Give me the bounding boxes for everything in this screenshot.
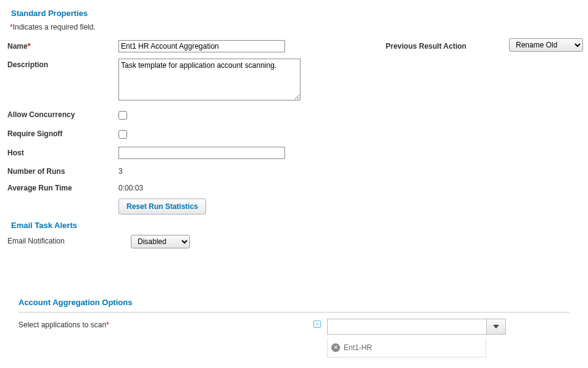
section-account-aggregation-options: Account Aggregation Options <box>19 298 569 307</box>
host-label: Host <box>7 147 118 157</box>
require-signoff-label: Require Signoff <box>7 128 118 138</box>
selected-applications-list: ✕ Ent1-HR <box>327 338 486 358</box>
allow-concurrency-checkbox[interactable] <box>118 111 127 120</box>
remove-icon[interactable]: ✕ <box>331 343 340 352</box>
select-apps-label: Select applications to scan* ? <box>19 319 327 329</box>
avg-run-time-label: Average Run Time <box>7 182 118 192</box>
help-icon[interactable]: ? <box>313 321 321 328</box>
application-dropdown-button[interactable] <box>486 319 506 335</box>
host-input[interactable] <box>118 147 285 159</box>
email-notification-label: Email Notification <box>7 235 131 245</box>
number-of-runs-label: Number of Runs <box>7 165 118 176</box>
description-textarea[interactable]: Task template for application account sc… <box>118 59 300 100</box>
allow-concurrency-label: Allow Concurrency <box>7 108 118 119</box>
selected-application-item: ✕ Ent1-HR <box>328 338 486 357</box>
chevron-down-icon <box>493 325 499 329</box>
name-input[interactable] <box>118 40 285 52</box>
previous-result-label: Previous Result Action <box>386 40 509 51</box>
section-standard-properties: Standard Properties <box>11 9 581 18</box>
avg-run-time-value: 0:00:03 <box>118 182 143 192</box>
number-of-runs-value: 3 <box>118 165 123 176</box>
asterisk-icon: * <box>106 321 109 329</box>
asterisk-icon: * <box>28 42 31 51</box>
name-label: Name* <box>7 40 118 51</box>
previous-result-row: Previous Result Action Rename Old <box>386 38 583 52</box>
required-field-note: *Indicates a required field. <box>10 23 581 31</box>
reset-run-statistics-button[interactable]: Reset Run Statistics <box>118 198 206 215</box>
previous-result-select[interactable]: Rename Old <box>509 38 583 52</box>
required-note-text: Indicates a required field. <box>13 23 96 31</box>
section-email-task-alerts: Email Task Alerts <box>11 221 581 230</box>
selected-application-name: Ent1-HR <box>344 343 372 352</box>
require-signoff-checkbox[interactable] <box>118 130 127 139</box>
email-notification-select[interactable]: Disabled <box>131 235 190 248</box>
description-label: Description <box>7 59 118 69</box>
application-search-input[interactable] <box>327 319 486 335</box>
